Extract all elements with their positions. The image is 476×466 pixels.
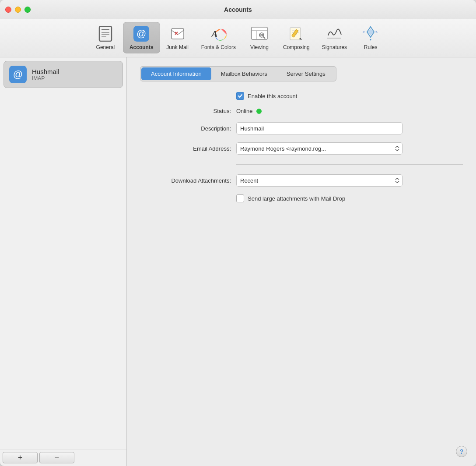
signatures-icon [326, 25, 343, 42]
download-attachments-select[interactable]: Recent All None [236, 174, 402, 187]
enable-account-label: Enable this account [248, 93, 297, 99]
composing-icon [287, 25, 305, 42]
signatures-label: Signatures [322, 44, 347, 50]
mail-drop-checkbox[interactable] [236, 194, 244, 202]
accounts-list: @ Hushmail IMAP [0, 57, 126, 449]
svg-text:A: A [210, 28, 218, 39]
account-name: Hushmail [32, 68, 60, 75]
toolbar-item-accounts[interactable]: @ Accounts [123, 22, 160, 53]
download-attachments-control: Recent All None [236, 174, 463, 187]
mail-drop-control: Send large attachments with Mail Drop [236, 194, 463, 202]
description-label: Description: [140, 125, 236, 132]
close-button[interactable] [5, 7, 11, 13]
help-button[interactable]: ? [456, 446, 467, 457]
form-area: Enable this account Status: Online Descr… [140, 92, 463, 202]
account-item-hushmail[interactable]: @ Hushmail IMAP [4, 61, 123, 88]
toolbar-item-junkmail[interactable]: Junk Mail [160, 22, 195, 53]
content-area: @ Hushmail IMAP + − Account Information [0, 57, 476, 466]
toolbar-item-rules[interactable]: Rules [353, 22, 388, 53]
add-account-button[interactable]: + [3, 452, 38, 463]
tab-account-information[interactable]: Account Information [141, 67, 211, 80]
accounts-label: Accounts [130, 44, 154, 50]
toolbar-item-composing[interactable]: Composing [277, 22, 316, 53]
svg-rect-5 [172, 28, 184, 39]
viewing-label: Viewing [250, 44, 269, 50]
enable-account-checkbox[interactable] [236, 92, 244, 100]
rules-label: Rules [364, 44, 378, 50]
checkmark-icon [238, 93, 243, 99]
description-row: Description: [140, 122, 463, 134]
account-type: IMAP [32, 75, 60, 81]
email-address-row: Email Address: Raymond Rogers <raymond.r… [140, 142, 463, 155]
download-attachments-row: Download Attachments: Recent All None [140, 174, 463, 187]
form-divider [236, 164, 463, 165]
remove-account-button[interactable]: − [39, 452, 74, 463]
svg-marker-28 [375, 31, 378, 33]
window-controls [5, 7, 31, 13]
minimize-button[interactable] [15, 7, 21, 13]
mail-drop-label: Send large attachments with Mail Drop [248, 195, 345, 202]
fonts-colors-icon: A [210, 25, 227, 42]
tab-mailbox-behaviors[interactable]: Mailbox Behaviors [211, 67, 277, 80]
accounts-icon: @ [133, 25, 150, 42]
status-row: Status: Online [140, 108, 463, 114]
email-address-label: Email Address: [140, 145, 236, 152]
email-address-control: Raymond Rogers <raymond.rog... [236, 142, 463, 155]
account-icon: @ [9, 66, 27, 83]
svg-marker-27 [370, 26, 371, 26]
sidebar-footer: + − [0, 449, 126, 466]
svg-marker-30 [370, 39, 371, 41]
download-attachments-label: Download Attachments: [140, 177, 236, 184]
status-indicator [256, 109, 262, 114]
status-label: Status: [140, 108, 236, 114]
tab-bar: Account Information Mailbox Behaviors Se… [140, 66, 336, 81]
general-label: General [96, 44, 115, 50]
tab-server-settings[interactable]: Server Settings [277, 67, 335, 80]
mail-drop-row: Send large attachments with Mail Drop [140, 194, 463, 202]
enable-account-row: Enable this account [140, 92, 463, 100]
svg-rect-12 [252, 27, 267, 39]
toolbar-item-viewing[interactable]: Viewing [242, 22, 277, 53]
description-input[interactable] [236, 122, 402, 134]
toolbar-item-general[interactable]: General [88, 22, 123, 53]
status-control: Online [236, 108, 463, 114]
at-symbol: @ [133, 26, 149, 42]
junkmail-label: Junk Mail [166, 44, 189, 50]
titlebar: Accounts [0, 0, 476, 19]
svg-rect-0 [99, 26, 112, 41]
status-value: Online [236, 108, 253, 114]
toolbar: General @ Accounts Junk Mail [0, 19, 476, 57]
enable-account-control: Enable this account [236, 92, 463, 100]
junkmail-icon [169, 25, 186, 42]
main-panel: Account Information Mailbox Behaviors Se… [127, 57, 476, 466]
email-address-wrapper: Raymond Rogers <raymond.rog... [236, 142, 402, 155]
viewing-icon [251, 25, 268, 42]
download-attachments-wrapper: Recent All None [236, 174, 402, 187]
composing-label: Composing [283, 44, 310, 50]
sidebar: @ Hushmail IMAP + − [0, 57, 127, 466]
maximize-button[interactable] [24, 7, 31, 13]
email-address-select[interactable]: Raymond Rogers <raymond.rog... [236, 142, 402, 155]
toolbar-item-fonts-colors[interactable]: A Fonts & Colors [195, 22, 242, 53]
fonts-colors-label: Fonts & Colors [201, 44, 236, 50]
window-title: Accounts [224, 6, 252, 13]
toolbar-item-signatures[interactable]: Signatures [316, 22, 353, 53]
window: Accounts General @ Accounts [0, 0, 476, 466]
rules-icon [362, 25, 379, 42]
svg-marker-29 [363, 31, 365, 33]
general-icon [97, 25, 114, 42]
account-info: Hushmail IMAP [32, 68, 60, 81]
description-control [236, 122, 463, 134]
